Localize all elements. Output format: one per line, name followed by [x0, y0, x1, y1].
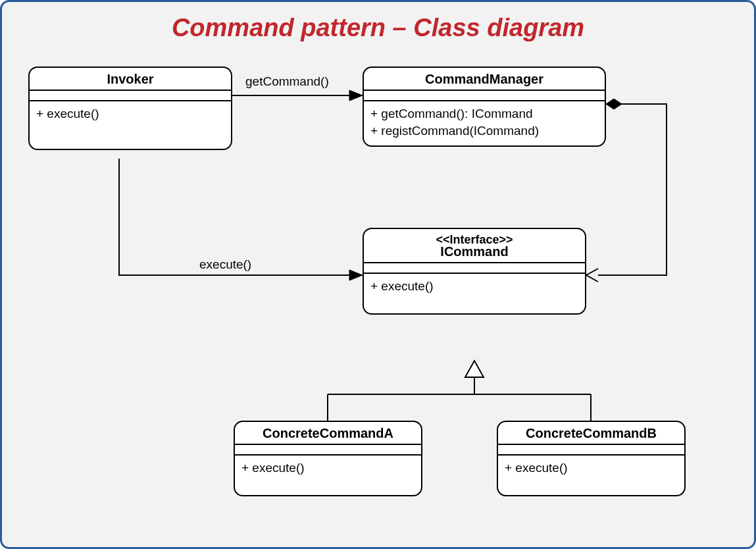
class-command-manager-method-1: + registCommand(ICommand)	[370, 122, 598, 140]
class-icommand-methods: + execute()	[364, 274, 585, 313]
class-concrete-b-method-0: + execute()	[505, 459, 678, 477]
class-invoker-methods: + execute()	[30, 101, 231, 149]
arrowhead-generalization	[465, 361, 484, 377]
diagram-title: Command pattern – Class diagram	[2, 14, 754, 42]
label-getcommand: getCommand()	[245, 74, 329, 89]
class-command-manager-name: CommandManager	[364, 68, 605, 91]
class-icommand-method-0: + execute()	[370, 278, 578, 295]
class-invoker-name: Invoker	[30, 68, 231, 91]
label-execute: execute()	[199, 257, 251, 272]
class-concrete-b-attrs	[498, 445, 684, 456]
class-concrete-a-methods: + execute()	[235, 456, 421, 495]
class-command-manager-methods: + getCommand(): ICommand + registCommand…	[364, 101, 605, 145]
class-invoker-attrs	[30, 91, 231, 101]
class-icommand-name: ICommand	[364, 244, 585, 263]
class-concrete-a-method-0: + execute()	[241, 459, 415, 477]
diagram-frame: Command pattern – Class diagram Invoker …	[0, 0, 756, 549]
class-invoker: Invoker + execute()	[28, 66, 232, 150]
class-concrete-a-attrs	[235, 445, 421, 456]
edge-manager-to-icommand	[598, 104, 667, 275]
class-concrete-b-name: ConcreteCommandB	[498, 422, 684, 445]
arrowhead-invoker-to-manager	[349, 90, 363, 101]
class-concrete-a: ConcreteCommandA + execute()	[234, 421, 422, 496]
class-invoker-method-0: + execute()	[36, 105, 224, 122]
class-command-manager-method-0: + getCommand(): ICommand	[370, 105, 598, 122]
class-concrete-b-methods: + execute()	[498, 456, 684, 495]
class-concrete-b: ConcreteCommandB + execute()	[497, 421, 686, 496]
class-concrete-a-name: ConcreteCommandA	[235, 422, 421, 445]
class-icommand: <<Interface>> ICommand + execute()	[363, 228, 586, 315]
diamond-manager-composition	[606, 99, 622, 109]
arrowhead-invoker-to-icommand	[349, 270, 363, 280]
class-command-manager-attrs	[364, 91, 605, 101]
class-command-manager: CommandManager + getCommand(): ICommand …	[363, 66, 606, 147]
arrowhead-manager-to-icommand	[586, 269, 598, 282]
class-icommand-attrs	[364, 263, 585, 274]
